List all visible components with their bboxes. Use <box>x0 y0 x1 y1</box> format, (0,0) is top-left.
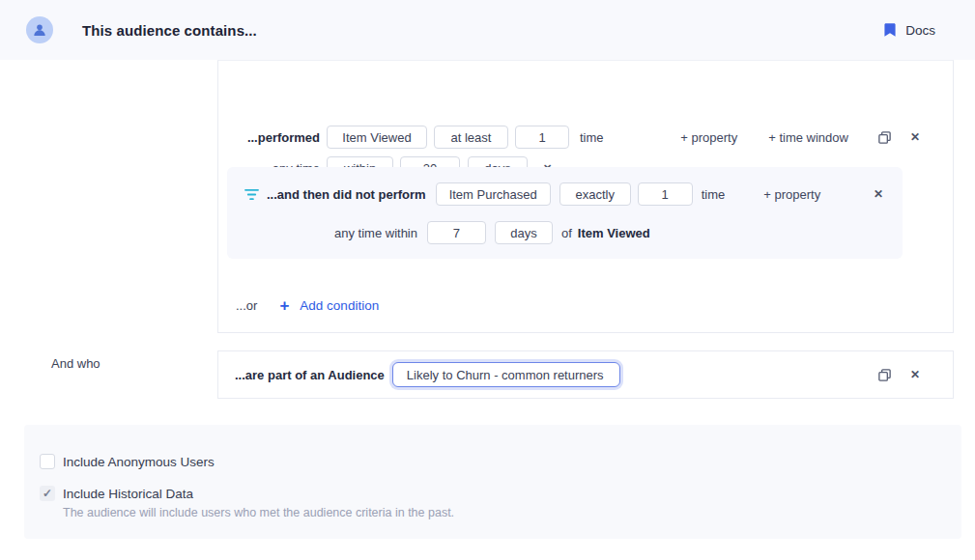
count-suffix: time <box>580 130 604 145</box>
close-condition-icon[interactable]: ✕ <box>910 131 920 143</box>
audience-label: ...are part of an Audience <box>235 368 385 382</box>
window-label: any time within <box>334 226 417 240</box>
docs-link[interactable]: Docs <box>884 23 935 38</box>
count-input[interactable] <box>515 126 569 149</box>
count-suffix: time <box>702 187 726 202</box>
duplicate-condition-icon[interactable] <box>877 368 892 382</box>
page-title: This audience contains... <box>82 22 257 39</box>
anonymous-users-checkbox[interactable] <box>40 454 55 469</box>
audience-builder-page: This audience contains... Docs ...perfor… <box>0 0 975 560</box>
filter-icon-active <box>244 188 259 201</box>
docs-label: Docs <box>905 23 935 38</box>
add-condition-button[interactable]: Add condition <box>300 298 379 313</box>
window-unit-select[interactable]: days <box>495 221 553 244</box>
of-event-label: Item Viewed <box>578 226 650 240</box>
or-label: ...or <box>236 298 257 313</box>
audience-row: ...are part of an Audience ✕ <box>218 362 953 387</box>
options-card: Include Anonymous Users ✓ Include Histor… <box>24 425 961 539</box>
performed-label: ...performed <box>218 130 320 145</box>
header: This audience contains... Docs <box>0 0 975 60</box>
count-input[interactable] <box>638 182 693 206</box>
of-label: of <box>561 226 572 240</box>
historical-data-checkbox[interactable]: ✓ <box>40 486 55 501</box>
condition-card: ...performed Item Viewed at least time +… <box>217 60 954 333</box>
plus-icon: + <box>279 297 289 314</box>
close-step-icon[interactable]: ✕ <box>874 188 883 200</box>
add-property-button[interactable]: + property <box>763 187 820 202</box>
add-time-window-button: + time window <box>768 130 848 145</box>
did-not-perform-row: ...and then did not perform Item Purchas… <box>227 182 903 206</box>
add-property-button[interactable]: + property <box>680 130 737 145</box>
operator-select[interactable]: exactly <box>559 182 631 206</box>
add-condition-row: ...or + Add condition <box>236 294 379 317</box>
anonymous-users-label[interactable]: Include Anonymous Users <box>63 455 215 469</box>
and-who-label: And who <box>51 356 100 371</box>
user-icon <box>32 22 47 38</box>
operator-select[interactable]: at least <box>434 126 508 149</box>
avatar <box>26 16 53 43</box>
check-icon: ✓ <box>43 487 52 500</box>
audience-card: ...are part of an Audience ✕ <box>217 350 954 399</box>
performed-row: ...performed Item Viewed at least time +… <box>218 126 953 149</box>
event-select[interactable]: Item Viewed <box>327 126 427 149</box>
window-value-input[interactable] <box>427 221 486 244</box>
did-not-perform-window-row: any time within days of Item Viewed <box>227 221 903 244</box>
audience-input[interactable] <box>392 362 620 387</box>
event-select[interactable]: Item Purchased <box>436 182 551 206</box>
historical-data-label[interactable]: Include Historical Data <box>63 487 193 501</box>
bookmark-icon <box>884 23 896 38</box>
duplicate-condition-icon[interactable] <box>877 130 892 145</box>
did-not-perform-label: ...and then did not perform <box>267 187 426 202</box>
historical-data-description: The audience will include users who met … <box>63 506 454 519</box>
close-condition-icon[interactable]: ✕ <box>910 369 920 380</box>
did-not-perform-box: ...and then did not perform Item Purchas… <box>227 167 903 259</box>
